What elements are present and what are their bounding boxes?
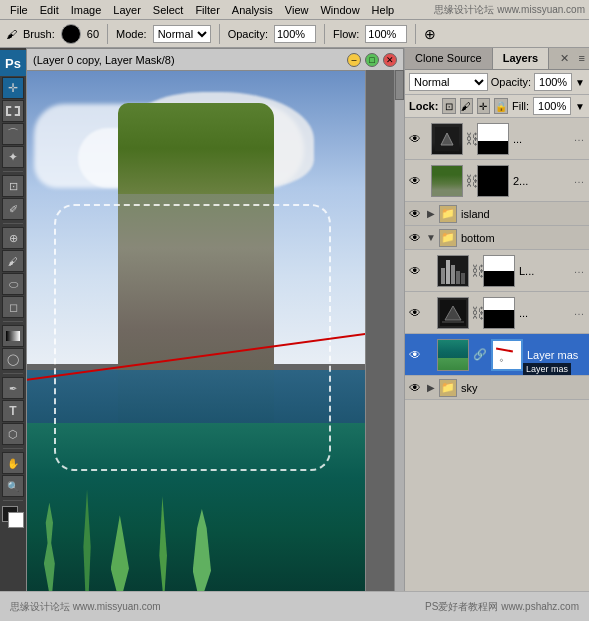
tool-zoom[interactable]: 🔍 xyxy=(2,475,24,497)
layer-row-5[interactable]: 👁 ⛓ L... … xyxy=(405,250,589,292)
menu-bar: File Edit Image Layer Select Filter Anal… xyxy=(0,0,589,20)
layer-visibility-sky[interactable]: 👁 xyxy=(407,380,423,396)
layer-visibility-1[interactable]: 👁 xyxy=(407,131,423,147)
fill-arrow[interactable]: ▼ xyxy=(575,101,585,112)
opacity-label: Opacity: xyxy=(491,76,531,88)
layer-expand-bottom[interactable]: ▼ xyxy=(425,232,437,244)
lock-all-icon[interactable]: 🔒 xyxy=(494,98,508,114)
selection-marquee xyxy=(54,204,331,471)
menu-help[interactable]: Help xyxy=(366,4,401,16)
color-swatch-area xyxy=(2,506,24,528)
crop-icon: ⊡ xyxy=(9,180,18,193)
tool-sep-5 xyxy=(3,448,23,449)
watermark-right: PS爱好者教程网 www.pshahz.com xyxy=(425,600,579,614)
fill-input[interactable] xyxy=(533,97,571,115)
opacity-input[interactable] xyxy=(534,73,572,91)
airbrush-icon[interactable]: ⊕ xyxy=(424,26,436,42)
tool-lasso[interactable]: ⌒ xyxy=(2,123,24,145)
separator-3 xyxy=(324,24,325,44)
menu-window[interactable]: Window xyxy=(314,4,365,16)
lock-bar: Lock: ⊡ 🖌 ✛ 🔒 Fill: ▼ xyxy=(405,95,589,118)
layer-thumb-sky-group: 📁 xyxy=(439,379,457,397)
layer-visibility-7[interactable]: 👁 xyxy=(407,347,423,363)
tool-magic-wand[interactable]: ✦ xyxy=(2,146,24,168)
layer-row-bottom[interactable]: 👁 ▼ 📁 bottom xyxy=(405,226,589,250)
close-button[interactable]: ✕ xyxy=(383,53,397,67)
layer-chain-5: ⛓ xyxy=(471,263,481,279)
layer-mask-tooltip: Layer mas xyxy=(523,363,571,375)
layer-visibility-6[interactable]: 👁 xyxy=(407,305,423,321)
opacity-arrow[interactable]: ▼ xyxy=(575,77,585,88)
spot-heal-icon: ⊕ xyxy=(9,232,18,245)
eyedropper-icon: ✐ xyxy=(9,203,18,216)
lock-image-icon[interactable]: 🖌 xyxy=(460,98,473,114)
layer-chain-7: 🔗 xyxy=(471,348,489,361)
menu-view[interactable]: View xyxy=(279,4,315,16)
layers-list[interactable]: 👁 ⛓ ... … 👁 xyxy=(405,118,589,617)
tool-gradient[interactable] xyxy=(2,325,24,347)
layer-visibility-5[interactable]: 👁 xyxy=(407,263,423,279)
canvas-content[interactable] xyxy=(26,70,366,605)
tool-type[interactable]: T xyxy=(2,400,24,422)
tool-path-select[interactable]: ⬡ xyxy=(2,423,24,445)
menu-edit[interactable]: Edit xyxy=(34,4,65,16)
lock-transparent-icon[interactable]: ⊡ xyxy=(442,98,455,114)
background-color[interactable] xyxy=(8,512,24,528)
layer-thumb-5 xyxy=(437,255,469,287)
tool-rect-marquee[interactable] xyxy=(2,100,24,122)
tool-pen[interactable]: ✒ xyxy=(2,377,24,399)
layer-row-2[interactable]: 👁 ⛓ 2... … xyxy=(405,160,589,202)
layer-visibility-island[interactable]: 👁 xyxy=(407,206,423,222)
menu-layer[interactable]: Layer xyxy=(107,4,147,16)
layer-row-1[interactable]: 👁 ⛓ ... … xyxy=(405,118,589,160)
blend-mode-select[interactable]: Normal xyxy=(409,73,488,91)
tool-eraser[interactable]: ◻ xyxy=(2,296,24,318)
menu-analysis[interactable]: Analysis xyxy=(226,4,279,16)
flow-input[interactable] xyxy=(365,25,407,43)
layer-more-5[interactable]: … xyxy=(571,263,587,279)
lock-position-icon[interactable]: ✛ xyxy=(477,98,490,114)
layer-more-6[interactable]: … xyxy=(571,305,587,321)
maximize-button[interactable]: □ xyxy=(365,53,379,67)
tool-hand[interactable]: ✋ xyxy=(2,452,24,474)
fill-label: Fill: xyxy=(512,100,529,112)
layer-more-2[interactable]: … xyxy=(571,173,587,189)
hand-icon: ✋ xyxy=(7,458,19,469)
layer-row-6[interactable]: 👁 ⛓ ... … xyxy=(405,292,589,334)
menu-filter[interactable]: Filter xyxy=(189,4,225,16)
tab-layers[interactable]: Layers xyxy=(493,48,549,69)
layer-more-1[interactable]: … xyxy=(571,131,587,147)
mode-select[interactable]: Normal xyxy=(153,25,211,43)
vertical-scrollbar[interactable] xyxy=(394,70,404,605)
tool-crop[interactable]: ⊡ xyxy=(2,175,24,197)
layer-expand-sky[interactable]: ▶ xyxy=(425,382,437,394)
tool-dodge[interactable]: ◯ xyxy=(2,348,24,370)
opacity-input[interactable] xyxy=(274,25,316,43)
menu-file[interactable]: File xyxy=(4,4,34,16)
layer-expand-island[interactable]: ▶ xyxy=(425,208,437,220)
menu-image[interactable]: Image xyxy=(65,4,108,16)
layer-name-7: Layer mas xyxy=(525,349,587,361)
layer-visibility-bottom[interactable]: 👁 xyxy=(407,230,423,246)
minimize-button[interactable]: – xyxy=(347,53,361,67)
separator-1 xyxy=(107,24,108,44)
layer-mask-6 xyxy=(483,297,515,329)
layer-row-7[interactable]: 👁 🔗 ⬦ Layer mas Layer mas xyxy=(405,334,589,376)
brush-preview[interactable] xyxy=(61,24,81,44)
layer-row-island[interactable]: 👁 ▶ 📁 island xyxy=(405,202,589,226)
tool-clone-stamp[interactable]: ⬭ xyxy=(2,273,24,295)
tool-brush[interactable]: 🖌 xyxy=(2,250,24,272)
layer-row-sky[interactable]: 👁 ▶ 📁 sky xyxy=(405,376,589,400)
layer-visibility-2[interactable]: 👁 xyxy=(407,173,423,189)
brush-size-value: 60 xyxy=(87,28,99,40)
layer-mask-7: ⬦ xyxy=(491,339,523,371)
tool-spot-heal[interactable]: ⊕ xyxy=(2,227,24,249)
dodge-icon: ◯ xyxy=(7,353,19,366)
menu-select[interactable]: Select xyxy=(147,4,190,16)
panel-menu-icon[interactable]: ≡ xyxy=(575,48,589,69)
tab-clone-source[interactable]: Clone Source xyxy=(405,48,493,69)
path-select-icon: ⬡ xyxy=(8,428,18,441)
tool-move[interactable] xyxy=(2,77,24,99)
tool-eyedropper[interactable]: ✐ xyxy=(2,198,24,220)
close-panel-icon[interactable]: ✕ xyxy=(554,48,575,69)
